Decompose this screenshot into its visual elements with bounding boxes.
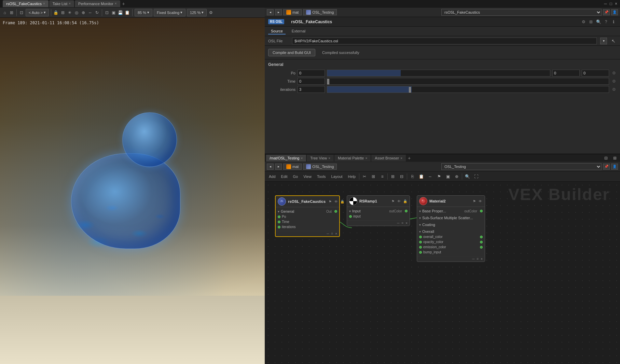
gear-icon[interactable]: ⚙ [580, 19, 587, 25]
mat-emission-dot[interactable] [419, 246, 422, 249]
po-field-x[interactable] [298, 70, 325, 76]
net-tab-matpalette-close[interactable]: × [365, 156, 367, 160]
auto-mode-button[interactable]: < Auto > ▾ [26, 9, 49, 16]
mat-opacity-out-dot[interactable] [480, 241, 483, 243]
zoom-button[interactable]: 85 % ▾ [135, 9, 152, 16]
net-tab-treeview-close[interactable]: × [328, 156, 330, 160]
mat-overall-color-out-dot[interactable] [480, 236, 483, 238]
ramp-out-dot[interactable] [405, 210, 408, 212]
osl-node-eye-icon[interactable]: 👁 [334, 199, 339, 204]
rotate-icon[interactable]: ↻ [94, 10, 100, 15]
time-field[interactable] [298, 78, 325, 85]
network-canvas[interactable]: VEX Builder rsOSL_FakeCaustics ⚑ 👁 🔒 [265, 182, 620, 364]
grid2-icon[interactable]: ⊞ [60, 10, 66, 15]
iterations-slider-handle[interactable] [409, 87, 411, 93]
nav-back-button[interactable]: ◂ [267, 9, 274, 15]
transform-icon[interactable]: ⊡ [19, 10, 24, 15]
ramp-node-lock-icon[interactable]: 🔒 [403, 199, 408, 204]
tab-rsosl-close[interactable]: × [43, 2, 45, 5]
net-list-icon[interactable]: ≡ [378, 173, 386, 180]
net-tools-button[interactable]: Tools [315, 174, 328, 179]
po-slider[interactable] [327, 70, 550, 76]
breadcrumb-mat[interactable]: mat [283, 9, 302, 15]
net-tab-assetbrowser-close[interactable]: × [400, 156, 402, 160]
settings-icon[interactable]: ⚙ [208, 10, 213, 15]
time-slider[interactable] [327, 78, 609, 85]
grid3-icon[interactable]: ⊞ [588, 19, 594, 25]
net-help-button[interactable]: Help [346, 174, 358, 179]
nodes-icon[interactable]: ✳ [67, 10, 72, 15]
compile-button[interactable]: Compile and Build GUI [268, 49, 315, 56]
net-copy-icon[interactable]: ⎘ [409, 173, 416, 180]
mat-emission-out-dot[interactable] [480, 246, 483, 249]
osl-file-cursor-icon[interactable]: ↖ [610, 38, 617, 44]
net-add-tab-button[interactable]: + [407, 155, 412, 161]
frame-icon[interactable]: ⊡ [104, 10, 110, 15]
osl-footer-equals-icon[interactable]: = [330, 232, 334, 236]
save-icon[interactable]: 💾 [118, 10, 123, 15]
net-tab-max-icon[interactable]: ⊞ [611, 154, 619, 162]
material-footer-minus-icon[interactable]: ─ [471, 257, 475, 261]
net-tab-osl-close[interactable]: × [301, 156, 303, 160]
net-tab-treeview[interactable]: Tree View × [307, 155, 334, 162]
nav-user-button[interactable]: 👤 [611, 9, 618, 15]
arrows-icon[interactable]: ↔ [87, 10, 93, 15]
net-paste-icon[interactable]: 📋 [417, 173, 425, 180]
osl-time-dot[interactable] [278, 221, 280, 223]
osl-iter-dot[interactable] [278, 226, 280, 228]
net-columns-icon[interactable]: ⊟ [398, 173, 405, 180]
home-icon[interactable]: ⌂ [2, 10, 8, 15]
mat-overall-header[interactable]: ▾ Overall [417, 229, 485, 234]
mat-coating-header[interactable]: ▾ Coating [417, 222, 485, 227]
net-user-button[interactable]: 👤 [611, 164, 618, 170]
net-tab-assetbrowser[interactable]: Asset Browser × [371, 155, 406, 162]
osl-node[interactable]: rsOSL_FakeCaustics ⚑ 👁 🔒 ▾ General [275, 195, 340, 237]
net-breadcrumb-mat[interactable]: mat [283, 164, 302, 170]
net-breadcrumb-osl[interactable]: OSL_Testing [303, 164, 337, 170]
net-grid-icon[interactable]: ⊞ [389, 173, 397, 180]
search-icon[interactable]: 🔍 [595, 19, 602, 25]
net-nodes-icon[interactable]: ⊞ [370, 173, 377, 180]
material-footer-close-icon[interactable]: × [480, 257, 483, 261]
target-icon[interactable]: ⊕ [81, 10, 86, 15]
ramp-node[interactable]: RSRamp1 ⚑ 👁 🔒 ▾ Input outColor [347, 195, 410, 226]
net-back-button[interactable]: ◂ [267, 164, 274, 170]
close-button[interactable]: × [615, 1, 617, 6]
osl-node-flag-icon[interactable]: ⚑ [328, 199, 332, 204]
ramp-node-eye-icon[interactable]: 👁 [397, 199, 401, 204]
osl-po-dot[interactable] [278, 215, 280, 218]
osl-footer-close-icon[interactable]: × [334, 232, 338, 236]
nav-forward-button[interactable]: ▸ [275, 9, 282, 15]
osl-group-header[interactable]: ▾ General Out [276, 209, 339, 214]
po-gear-icon[interactable]: ⚙ [611, 70, 617, 76]
nav-pin-button[interactable]: 📌 [603, 9, 610, 15]
scaling-button[interactable]: Fixed Scaling ▾ [154, 9, 185, 16]
circle-icon[interactable]: ◎ [74, 10, 79, 15]
net-search-icon[interactable]: 🔍 [464, 173, 471, 180]
tab-rsosl[interactable]: rsOSL_FakeCaustics × [3, 0, 49, 7]
net-flag-icon[interactable]: ⚑ [435, 173, 443, 180]
help-icon[interactable]: ? [603, 19, 609, 25]
mat-base-header[interactable]: ▾ Base Proper... outColor [417, 208, 485, 214]
maximize-button[interactable]: □ [610, 1, 612, 6]
mat-overall-color-dot[interactable] [419, 236, 422, 238]
iterations-gear-icon[interactable]: ⚙ [611, 87, 617, 92]
mat-opacity-dot[interactable] [419, 241, 422, 243]
mat-base-out-dot[interactable] [480, 210, 483, 212]
net-add-button[interactable]: Add [267, 174, 278, 179]
osl-file-input[interactable] [292, 38, 597, 44]
add-tab-button[interactable]: + [121, 1, 126, 6]
tab-perfmon-close[interactable]: × [115, 2, 117, 5]
scale-value-button[interactable]: 125 % ▾ [187, 9, 207, 16]
render-icon[interactable]: ▣ [111, 10, 116, 15]
tab-perfmon[interactable]: Performance Monitor × [75, 0, 120, 7]
tab-takelist-close[interactable]: × [69, 2, 71, 5]
material-node-flag-icon[interactable]: ⚑ [472, 199, 477, 204]
source-tab-external[interactable]: External [289, 28, 308, 34]
net-forward-button[interactable]: ▸ [275, 164, 282, 170]
net-node-dropdown[interactable]: OSL_Testing [441, 163, 602, 170]
minimize-button[interactable]: ─ [604, 1, 607, 6]
ramp-footer-close-icon[interactable]: × [405, 221, 408, 225]
material-node[interactable]: Material2 ⚑ 👁 ▾ Base Proper... out [417, 195, 485, 262]
iterations-field[interactable] [298, 86, 325, 93]
